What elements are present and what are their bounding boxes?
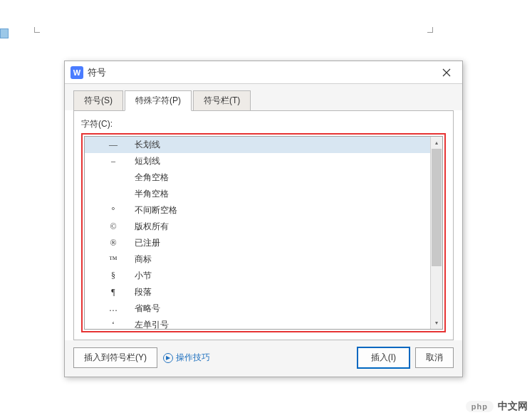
page-corner-right — [427, 27, 433, 33]
watermark-badge: php — [466, 401, 494, 412]
tab-special-chars[interactable]: 特殊字符(P) — [125, 90, 192, 111]
dialog-footer: 插入到符号栏(Y) ▶ 操作技巧 插入(I) 取消 — [65, 340, 462, 377]
titlebar: W 符号 — [65, 61, 462, 84]
tips-link[interactable]: ▶ 操作技巧 — [163, 352, 210, 364]
list-item[interactable]: – 短划线 — [85, 153, 430, 169]
list-item[interactable]: — 长划线 — [85, 137, 430, 153]
symbol-glyph: – — [92, 156, 135, 167]
symbol-name: 小节 — [135, 270, 430, 282]
tab-symbol-bar[interactable]: 符号栏(T) — [193, 90, 251, 111]
symbol-name: 已注册 — [135, 237, 430, 249]
symbol-name: 长划线 — [135, 139, 430, 151]
play-icon: ▶ — [163, 353, 173, 363]
app-icon: W — [71, 66, 83, 79]
list-item[interactable]: ¶ 段落 — [85, 284, 430, 300]
scroll-up-icon[interactable]: ▴ — [431, 137, 442, 149]
list-item[interactable]: § 小节 — [85, 268, 430, 284]
symbol-name: 省略号 — [135, 303, 430, 315]
list-item[interactable]: © 版权所有 — [85, 219, 430, 235]
symbol-glyph: © — [92, 221, 135, 232]
symbol-name: 左单引号 — [135, 319, 430, 329]
list-item[interactable]: ™ 商标 — [85, 251, 430, 268]
symbol-glyph: — — [92, 140, 135, 150]
symbol-name: 版权所有 — [135, 221, 430, 233]
close-icon — [442, 68, 451, 77]
tab-panel: 字符(C): — 长划线 – 短划线 全角空格 — [73, 110, 454, 340]
list-item[interactable]: … 省略号 — [85, 300, 430, 317]
symbol-glyph: … — [92, 303, 135, 314]
list-item[interactable]: 全角空格 — [85, 169, 430, 186]
symbol-dialog: W 符号 符号(S) 特殊字符(P) 符号栏(T) 字符(C): — 长划线 –… — [64, 61, 463, 377]
insert-button[interactable]: 插入(I) — [358, 347, 410, 368]
tab-symbols[interactable]: 符号(S) — [73, 90, 123, 111]
symbol-glyph: § — [92, 271, 135, 281]
symbol-name: 半角空格 — [135, 188, 430, 200]
character-list[interactable]: — 长划线 – 短划线 全角空格 半角空格 — [84, 136, 443, 330]
symbol-glyph: ¶ — [92, 287, 135, 298]
watermark: php 中文网 — [466, 400, 528, 413]
scroll-thumb[interactable] — [432, 149, 442, 266]
list-item[interactable]: ® 已注册 — [85, 235, 430, 251]
scroll-down-icon[interactable]: ▾ — [431, 317, 442, 329]
dialog-title: 符号 — [88, 66, 434, 79]
character-label: 字符(C): — [81, 118, 446, 130]
symbol-name: 段落 — [135, 286, 430, 298]
symbol-glyph: ° — [92, 205, 135, 216]
list-highlight-box: — 长划线 – 短划线 全角空格 半角空格 — [81, 133, 446, 332]
watermark-text: 中文网 — [498, 400, 528, 413]
document-icon — [0, 28, 9, 38]
symbol-name: 短划线 — [135, 155, 430, 167]
symbol-name: 全角空格 — [135, 172, 430, 184]
list-item[interactable]: ‘ 左单引号 — [85, 317, 430, 329]
tips-label: 操作技巧 — [176, 352, 210, 364]
list-item[interactable]: ° 不间断空格 — [85, 202, 430, 219]
symbol-name: 不间断空格 — [135, 204, 430, 216]
symbol-glyph: ™ — [92, 254, 135, 265]
symbol-glyph: ‘ — [92, 320, 135, 329]
close-button[interactable] — [434, 61, 459, 83]
scroll-track[interactable] — [431, 149, 442, 317]
list-item[interactable]: 半角空格 — [85, 186, 430, 202]
cancel-button[interactable]: 取消 — [415, 347, 454, 368]
list-viewport: — 长划线 – 短划线 全角空格 半角空格 — [85, 137, 430, 329]
tab-strip: 符号(S) 特殊字符(P) 符号栏(T) — [65, 84, 462, 110]
scrollbar[interactable]: ▴ ▾ — [430, 137, 442, 329]
symbol-glyph: ® — [92, 238, 135, 248]
page-corner-left — [34, 27, 40, 33]
insert-to-bar-button[interactable]: 插入到符号栏(Y) — [73, 347, 157, 368]
symbol-name: 商标 — [135, 253, 430, 266]
